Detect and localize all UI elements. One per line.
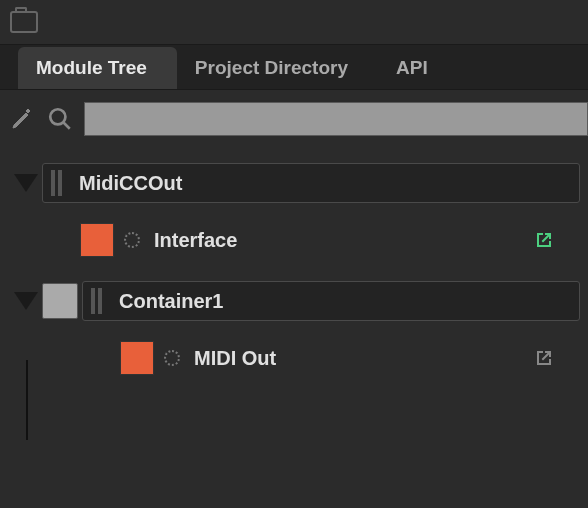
- popout-icon[interactable]: [532, 228, 556, 252]
- node-header[interactable]: MidiCCOut: [42, 163, 580, 203]
- module-tree: MidiCCOut Interface Container1 MIDI Out: [0, 148, 588, 380]
- tree-node-root: MidiCCOut: [14, 162, 580, 204]
- tree-connector-line: [26, 360, 28, 440]
- grip-icon: [51, 170, 65, 196]
- search-input[interactable]: [84, 102, 588, 136]
- grip-icon: [91, 288, 105, 314]
- tab-project-directory[interactable]: Project Directory: [177, 47, 378, 89]
- edit-pencil-icon[interactable]: [8, 105, 36, 133]
- tree-node-container: Container1: [14, 280, 580, 322]
- child-label: Interface: [154, 229, 532, 252]
- panel-tabs: Module Tree Project Directory API: [0, 45, 588, 90]
- tab-api[interactable]: API: [378, 47, 438, 89]
- window-topbar: [0, 0, 588, 45]
- search-icon[interactable]: [46, 105, 74, 133]
- svg-line-1: [63, 122, 70, 129]
- node-title: Container1: [119, 290, 223, 313]
- child-label: MIDI Out: [194, 347, 532, 370]
- tab-module-tree[interactable]: Module Tree: [18, 47, 177, 89]
- knob-icon: [164, 350, 180, 366]
- node-title: MidiCCOut: [79, 172, 182, 195]
- knob-icon: [124, 232, 140, 248]
- svg-point-0: [50, 109, 65, 124]
- node-header[interactable]: Container1: [82, 281, 580, 321]
- color-swatch[interactable]: [80, 223, 114, 257]
- tree-child-midiout[interactable]: MIDI Out: [14, 336, 580, 380]
- tree-toolbar: [0, 90, 588, 148]
- popout-icon[interactable]: [532, 346, 556, 370]
- expand-toggle-icon[interactable]: [14, 292, 38, 310]
- folder-icon: [10, 11, 38, 33]
- drag-handle[interactable]: [42, 283, 78, 319]
- tree-child-interface[interactable]: Interface: [14, 218, 580, 262]
- color-swatch[interactable]: [120, 341, 154, 375]
- expand-toggle-icon[interactable]: [14, 174, 38, 192]
